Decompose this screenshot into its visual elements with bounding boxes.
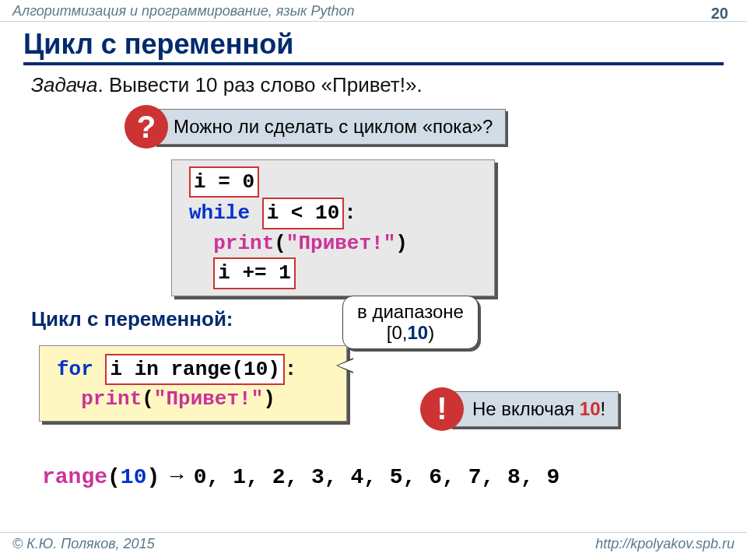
question-mark-icon: ? [124, 105, 168, 149]
task-label: Задача [31, 73, 97, 96]
slide-title: Цикл с переменной [23, 28, 724, 65]
question-box: Можно ли сделать с циклом «пока»? [154, 109, 506, 145]
rl-open: ( [107, 465, 121, 489]
exclaim-box: Не включая 10! [450, 391, 619, 427]
footer-right: http://kpolyakov.spb.ru [595, 536, 735, 552]
arrow-icon: → [160, 464, 194, 488]
bubble-l1: в диапазоне [357, 301, 464, 322]
kw-while: while [189, 201, 250, 225]
fn-print: print [213, 232, 274, 255]
range-expansion: range(10) → 0, 1, 2, 3, 4, 5, 6, 7, 8, 9 [42, 464, 747, 489]
rl-seq: 0, 1, 2, 3, 4, 5, 6, 7, 8, 9 [194, 465, 559, 489]
fn-print2: print [81, 387, 142, 411]
code-cond: i < 10 [262, 198, 345, 229]
for-row: for i in range(10): print("Привет!") в д… [0, 334, 747, 433]
question-callout: ? Можно ли сделать с циклом «пока»? [124, 105, 747, 149]
str-lit: "Привет!" [286, 232, 395, 255]
for-code-block: for i in range(10): print("Привет!") [39, 345, 347, 422]
while-code-block: i = 0 while i < 10: print("Привет!") i +… [171, 159, 495, 296]
exclaim-callout: ! Не включая 10! [420, 387, 619, 431]
bubble-l2a: [0, [387, 322, 408, 343]
colon2: : [285, 358, 297, 381]
paren-open2: ( [142, 387, 154, 411]
paren-open: ( [274, 232, 286, 255]
paren-close2: ) [263, 387, 275, 411]
rl-arg: 10 [121, 465, 147, 489]
kw-for: for [57, 358, 93, 381]
bubble-tail-icon [336, 358, 353, 373]
task-text: . Вывести 10 раз слово «Привет!». [97, 73, 422, 96]
footer-bar: © К.Ю. Поляков, 2015 http://kpolyakov.sp… [0, 532, 747, 555]
exclaim-icon: ! [420, 387, 464, 431]
paren-close: ) [395, 232, 408, 255]
task-line: Задача. Вывести 10 раз слово «Привет!». [31, 73, 724, 97]
ex-b: 10 [580, 398, 601, 419]
code-i-init: i = 0 [189, 166, 259, 198]
colon: : [344, 201, 356, 225]
ex-c: ! [601, 398, 606, 419]
code-incr: i += 1 [213, 257, 296, 289]
bubble-l2c: ) [428, 322, 434, 343]
fn-range: range [42, 465, 107, 489]
ex-a: Не включая [472, 398, 580, 419]
rl-close: ) [146, 465, 160, 489]
footer-left: © К.Ю. Поляков, 2015 [12, 536, 155, 552]
for-head: i in range(10) [105, 354, 284, 385]
page-number: 20 [711, 5, 728, 23]
bubble-l2b: 10 [407, 322, 428, 343]
course-name: Алгоритмизация и программирование, язык … [12, 3, 354, 19]
range-bubble: в диапазоне [0,10) [342, 296, 479, 349]
str-lit2: "Привет!" [154, 387, 263, 411]
header-bar: Алгоритмизация и программирование, язык … [0, 0, 747, 22]
